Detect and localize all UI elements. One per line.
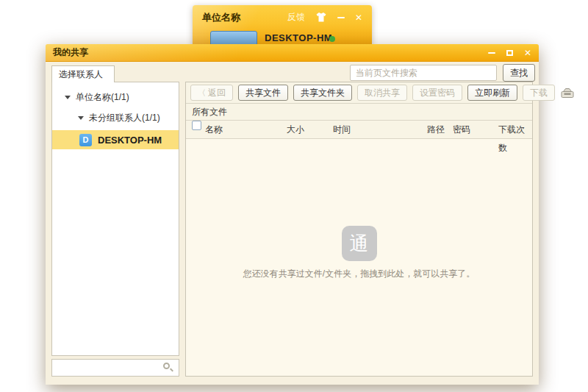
search-magnifier-icon bbox=[163, 363, 170, 369]
expand-arrow-icon[interactable] bbox=[65, 96, 71, 99]
back-button[interactable]: 〈 返回 bbox=[190, 85, 233, 101]
close-icon[interactable]: ✕ bbox=[524, 49, 531, 57]
minimize-icon[interactable] bbox=[488, 52, 495, 54]
file-search-input[interactable] bbox=[350, 65, 497, 81]
empty-state-message: 您还没有共享过文件/文件夹，拖拽到此处，就可以共享了。 bbox=[243, 268, 475, 280]
share-folder-button[interactable]: 共享文件夹 bbox=[293, 85, 352, 101]
peek-contact-name: DESKTOP-HM bbox=[265, 32, 332, 43]
refresh-button[interactable]: 立即刷新 bbox=[467, 85, 517, 101]
download-button[interactable]: 下载 bbox=[523, 85, 555, 101]
share-files-panel: 〈 返回 共享文件 共享文件夹 取消共享 设置密码 立即刷新 下载 所有文件 名… bbox=[185, 82, 533, 377]
files-table-header: 名称 大小 时间 路径 密码 下载次数 bbox=[186, 121, 532, 139]
maximize-icon[interactable] bbox=[506, 50, 513, 56]
contact-search-input[interactable] bbox=[51, 359, 179, 377]
column-name[interactable]: 名称 bbox=[205, 121, 223, 139]
back-chevron-icon: 〈 bbox=[198, 88, 206, 99]
unit-window-titlebar[interactable]: 单位名称 反馈 ✕ bbox=[193, 5, 372, 29]
my-share-window: 我的共享 ✕ 选择联系人 查找 单位名称(1/1) 未分组联系人(1/1) D … bbox=[46, 44, 539, 385]
contact-name: DESKTOP-HM bbox=[98, 135, 162, 146]
app-logo-icon: 通 bbox=[342, 226, 377, 261]
online-status-dot bbox=[329, 36, 335, 42]
tree-item-desktop-hm-selected[interactable]: D DESKTOP-HM bbox=[52, 130, 179, 149]
unit-window: 单位名称 反馈 ✕ DESKTOP-HM bbox=[193, 5, 372, 46]
all-files-section-header: 所有文件 bbox=[186, 104, 532, 121]
minimize-icon[interactable] bbox=[337, 17, 345, 18]
column-path[interactable]: 路径 bbox=[427, 121, 445, 139]
contacts-tree-panel: 单位名称(1/1) 未分组联系人(1/1) D DESKTOP-HM bbox=[51, 82, 179, 356]
unit-window-title: 单位名称 bbox=[202, 11, 240, 24]
tree-item-label: 未分组联系人(1/1) bbox=[89, 112, 160, 124]
tree-item-ungrouped[interactable]: 未分组联系人(1/1) bbox=[52, 107, 179, 128]
close-icon[interactable]: ✕ bbox=[355, 13, 362, 22]
toolbar: 〈 返回 共享文件 共享文件夹 取消共享 设置密码 立即刷新 下载 bbox=[186, 82, 532, 104]
find-button[interactable]: 查找 bbox=[503, 64, 535, 82]
set-password-button[interactable]: 设置密码 bbox=[412, 85, 462, 101]
window-title: 我的共享 bbox=[53, 46, 88, 59]
skin-shirt-icon[interactable] bbox=[315, 13, 327, 22]
tab-select-contacts[interactable]: 选择联系人 bbox=[51, 65, 115, 82]
contact-avatar: D bbox=[79, 134, 92, 146]
column-size[interactable]: 大小 bbox=[287, 121, 304, 139]
column-downloads[interactable]: 下载次数 bbox=[498, 121, 532, 157]
tree-item-unit[interactable]: 单位名称(1/1) bbox=[52, 87, 179, 107]
share-file-button[interactable]: 共享文件 bbox=[238, 85, 288, 101]
empty-drop-area[interactable]: 通 您还没有共享过文件/文件夹，拖拽到此处，就可以共享了。 bbox=[186, 139, 532, 376]
column-password[interactable]: 密码 bbox=[453, 121, 470, 139]
cancel-share-button[interactable]: 取消共享 bbox=[357, 85, 407, 101]
expand-arrow-icon[interactable] bbox=[78, 116, 84, 120]
select-all-checkbox[interactable] bbox=[192, 121, 201, 130]
feedback-link[interactable]: 反馈 bbox=[287, 11, 305, 24]
column-time[interactable]: 时间 bbox=[333, 121, 351, 139]
tree-item-label: 单位名称(1/1) bbox=[76, 91, 129, 104]
printer-icon[interactable] bbox=[560, 88, 575, 99]
my-share-titlebar[interactable]: 我的共享 ✕ bbox=[46, 44, 539, 62]
